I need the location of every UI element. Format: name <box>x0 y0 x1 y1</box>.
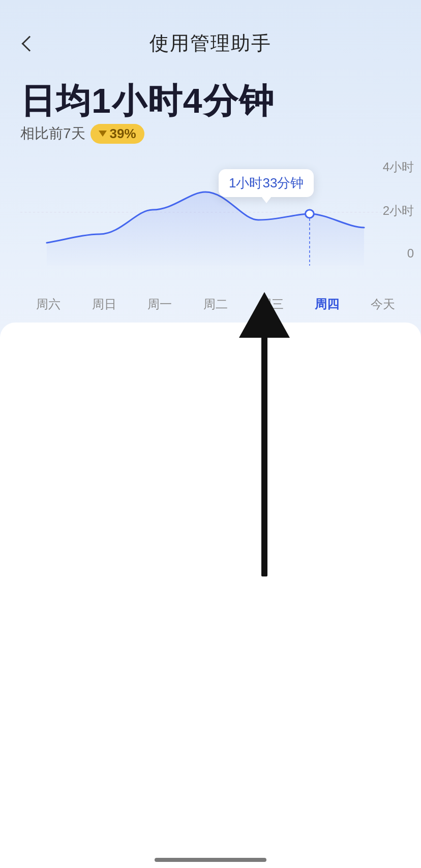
chart-svg <box>20 159 390 266</box>
compare-row: 相比前7天 39% <box>20 124 401 144</box>
page-title: 使用管理助手 <box>149 30 272 56</box>
x-label-wed: 周三 <box>244 296 299 312</box>
chart-container: 1小时33分钟 4小时 2小时 0 <box>0 159 421 291</box>
x-label-sat: 周六 <box>20 296 76 312</box>
y-label-2h: 2小时 <box>383 203 414 219</box>
x-label-tue: 周二 <box>188 296 244 312</box>
back-chevron-icon <box>21 36 37 51</box>
chart-y-labels: 4小时 2小时 0 <box>383 159 414 261</box>
content-area <box>0 323 421 861</box>
chart-x-labels: 周六 周日 周一 周二 周三 周四 今天 <box>0 296 421 312</box>
chart-tooltip: 1小时33分钟 <box>219 169 314 197</box>
compare-label: 相比前7天 <box>20 124 85 143</box>
back-button[interactable] <box>15 31 41 56</box>
home-indicator <box>155 858 266 862</box>
stats-section: 日均1小时4分钟 相比前7天 39% <box>0 67 421 149</box>
tooltip-text: 1小时33分钟 <box>229 175 304 190</box>
chart-selected-dot <box>306 210 314 218</box>
x-label-thu[interactable]: 周四 <box>299 296 355 312</box>
page-header: 使用管理助手 <box>0 0 421 67</box>
y-label-4h: 4小时 <box>383 159 414 175</box>
x-label-sun: 周日 <box>76 296 132 312</box>
daily-average-text: 日均1小时4分钟 <box>20 82 401 120</box>
chart-svg-wrapper <box>20 159 390 266</box>
y-label-0: 0 <box>407 246 414 261</box>
change-badge: 39% <box>91 124 144 144</box>
chart-fill <box>47 192 364 266</box>
x-label-mon: 周一 <box>132 296 188 312</box>
x-label-today: 今天 <box>355 296 411 312</box>
chart-section: 1小时33分钟 4小时 2小时 0 周六 周日 周一 周二 周三 周四 今天 <box>0 149 421 312</box>
down-arrow-icon <box>99 131 107 137</box>
change-value: 39% <box>110 126 136 142</box>
